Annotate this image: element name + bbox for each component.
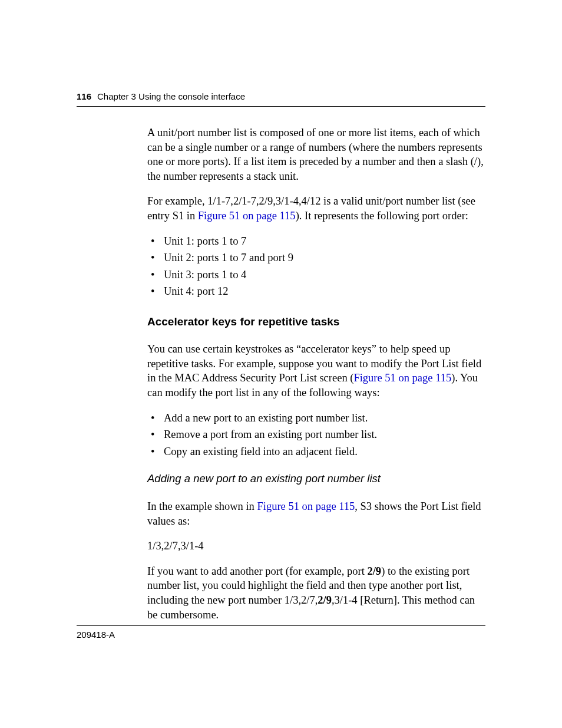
running-header: 116 Chapter 3 Using the console interfac… bbox=[77, 91, 485, 107]
bold-text: 2/9 bbox=[367, 565, 381, 577]
text: In the example shown in bbox=[147, 500, 257, 512]
list-item: Copy an existing field into an adjacent … bbox=[164, 444, 485, 459]
body-content: A unit/port number list is composed of o… bbox=[147, 126, 485, 622]
list-item: Unit 4: port 12 bbox=[164, 284, 485, 299]
document-number: 209418-A bbox=[77, 630, 115, 640]
bullet-list: Add a new port to an existing port numbe… bbox=[147, 411, 485, 459]
figure-link[interactable]: Figure 51 on page 115 bbox=[353, 372, 451, 384]
list-item: Unit 2: ports 1 to 7 and port 9 bbox=[164, 251, 485, 265]
paragraph: In the example shown in Figure 51 on pag… bbox=[147, 499, 485, 528]
page-number: 116 bbox=[77, 91, 91, 101]
paragraph: You can use certain keystrokes as “accel… bbox=[147, 342, 485, 400]
code-line: 1/3,2/7,3/1-4 bbox=[147, 539, 485, 554]
bold-text: 2/9 bbox=[318, 594, 332, 606]
list-item: Remove a port from an existing port numb… bbox=[164, 427, 485, 442]
subsection-heading: Adding a new port to an existing port nu… bbox=[147, 472, 485, 486]
paragraph: For example, 1/1-7,2/1-7,2/9,3/1-4,4/12 … bbox=[147, 194, 485, 223]
paragraph: A unit/port number list is composed of o… bbox=[147, 126, 485, 183]
list-item: Unit 1: ports 1 to 7 bbox=[164, 234, 485, 249]
list-item: Add a new port to an existing port numbe… bbox=[164, 411, 485, 426]
running-footer: 209418-A bbox=[77, 625, 485, 640]
paragraph: If you want to add another port (for exa… bbox=[147, 564, 485, 622]
figure-link[interactable]: Figure 51 on page 115 bbox=[257, 500, 355, 512]
text: If you want to add another port (for exa… bbox=[147, 565, 367, 577]
section-heading: Accelerator keys for repetitive tasks bbox=[147, 314, 485, 329]
bullet-list: Unit 1: ports 1 to 7 Unit 2: ports 1 to … bbox=[147, 234, 485, 299]
figure-link[interactable]: Figure 51 on page 115 bbox=[198, 210, 296, 222]
text: ). It represents the following port orde… bbox=[296, 210, 468, 222]
list-item: Unit 3: ports 1 to 4 bbox=[164, 268, 485, 282]
chapter-label: Chapter 3 Using the console interface bbox=[97, 91, 245, 101]
